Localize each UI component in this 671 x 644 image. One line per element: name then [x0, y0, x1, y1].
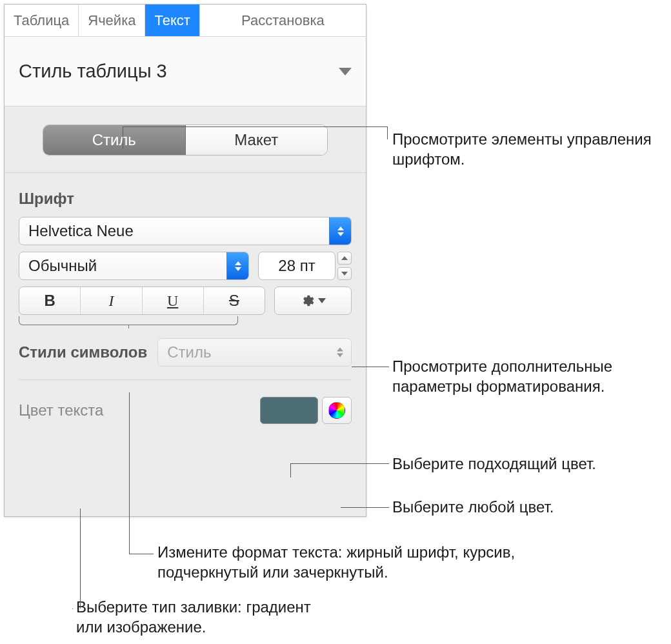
gear-icon [300, 294, 314, 308]
annotation-leader [123, 126, 387, 127]
inspector-panel: Таблица Ячейка Текст Расстановка Стиль т… [4, 4, 366, 517]
text-color-dropdown[interactable]: Цвет текста [19, 401, 107, 419]
style-layout-segmented: Стиль Макет [43, 125, 328, 156]
font-size-step-down[interactable] [337, 267, 352, 280]
tab-arrangement[interactable]: Расстановка [200, 5, 366, 36]
text-color-row: Цвет текста [19, 397, 352, 424]
font-section: Шрифт Helvetica Neue Обычный 28 пт [5, 173, 366, 325]
color-wheel-button[interactable] [322, 397, 352, 424]
strikethrough-button[interactable]: S [204, 287, 265, 314]
font-section-label: Шрифт [19, 190, 352, 208]
tab-table[interactable]: Таблица [5, 5, 79, 36]
character-styles-label: Стили символов [19, 343, 147, 361]
font-family-select[interactable]: Helvetica Neue [19, 217, 352, 245]
segment-layout[interactable]: Макет [186, 125, 328, 155]
chevron-down-icon [339, 68, 352, 75]
font-size-stepper [337, 252, 352, 280]
text-color-label: Цвет текста [19, 401, 103, 419]
font-size-input[interactable]: 28 пт [258, 252, 336, 280]
bold-button[interactable]: B [19, 287, 81, 314]
font-weight-value: Обычный [28, 257, 97, 275]
advanced-format-button[interactable] [274, 287, 352, 315]
annotation-text: Просмотрите элементы управления шрифтом. [392, 129, 657, 169]
chevron-down-icon [318, 298, 326, 303]
annotation-leader [290, 463, 291, 478]
tab-cell[interactable]: Ячейка [79, 5, 145, 36]
sub-tabs-row: Стиль Макет [5, 106, 366, 173]
font-weight-select[interactable]: Обычный [19, 252, 249, 280]
segment-style[interactable]: Стиль [43, 125, 186, 155]
text-style-group: B I U S [19, 287, 265, 315]
annotation-leader [352, 367, 389, 367]
select-spinner-icon [226, 252, 248, 279]
character-style-placeholder: Стиль [167, 343, 211, 361]
font-size-group: 28 пт [258, 252, 352, 280]
annotation-leader [72, 609, 73, 609]
annotation-leader [129, 554, 154, 554]
italic-button[interactable]: I [81, 287, 142, 314]
annotation-text: Просмотрите дополнительные параметры фор… [392, 356, 663, 396]
paragraph-style-row[interactable]: Стиль таблицы 3 [5, 37, 366, 106]
font-family-value: Helvetica Neue [28, 222, 134, 240]
annotation-leader [290, 463, 389, 464]
color-swatch-button[interactable] [260, 397, 318, 424]
tab-text[interactable]: Текст [145, 5, 199, 36]
annotation-leader [123, 126, 123, 148]
paragraph-style-name: Стиль таблицы 3 [19, 61, 339, 82]
annotation-leader [341, 507, 389, 508]
brace-under-bius [19, 316, 238, 325]
annotation-leader [80, 508, 81, 609]
character-styles-row: Стили символов Стиль [19, 338, 352, 380]
annotation-leader [129, 392, 130, 554]
panel-tabs: Таблица Ячейка Текст Расстановка [5, 5, 366, 37]
annotation-text: Выберите любой цвет. [392, 497, 663, 517]
annotation-leader [387, 126, 388, 139]
underline-button[interactable]: U [143, 287, 204, 314]
character-style-select[interactable]: Стиль [157, 338, 352, 367]
font-size-step-up[interactable] [337, 252, 352, 265]
annotation-text: Выберите подходящий цвет. [392, 454, 663, 474]
annotation-text: Выберите тип заливки: градиент или изобр… [76, 597, 334, 637]
annotation-text: Измените формат текста: жирный шрифт, ку… [157, 542, 519, 582]
color-wheel-icon [328, 402, 345, 419]
select-spinner-icon [329, 217, 351, 245]
